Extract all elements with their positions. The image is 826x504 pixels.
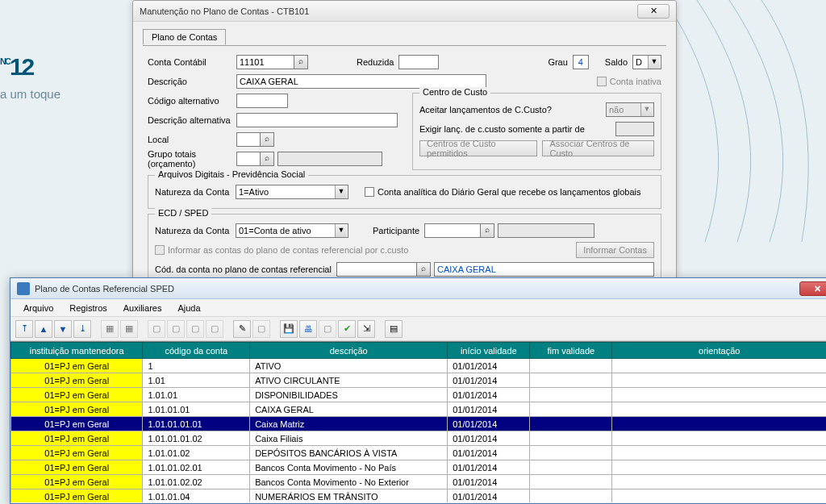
grupo-input[interactable] [236,152,261,166]
toolbar: ⤒ ▲ ▼ ⤓ ▦ ▦ ▢ ▢ ▢ ▢ ✎ ▢ 💾 🖶 ▢ ✔ ⇲ ▤ [10,317,826,341]
conta-lookup-icon[interactable]: ⌕ [294,55,308,69]
lbl-inativa: Conta inativa [610,77,661,86]
informar-custo-checkbox [155,245,165,255]
last-icon[interactable]: ⤓ [73,320,91,338]
next-icon[interactable]: ▼ [54,320,72,338]
col-header[interactable]: orientação [612,343,826,359]
participante-desc [498,223,594,238]
reduzida-input[interactable] [398,55,439,69]
lbl-cod-alt: Código alternativo [148,96,236,106]
tb-icon: ▢ [206,320,223,338]
table-row[interactable]: 01=PJ em Geral1.01.01.02.02Bancos Conta … [11,475,827,489]
participante-lookup-icon[interactable]: ⌕ [480,223,494,238]
lbl-exigir: Exigir lanç. de c.custo somente a partir… [419,124,615,134]
conta-inativa-checkbox [597,77,607,86]
tb-icon: ▢ [186,320,204,338]
tb-icon: ▢ [148,320,165,338]
check-icon[interactable]: ✔ [338,320,356,338]
brand-logo: NC12 [0,20,33,81]
tb-icon: ▢ [319,320,336,338]
table-row[interactable]: 01=PJ em Geral1.01.01.02.01Bancos Conta … [11,460,827,475]
menu-registros[interactable]: Registros [61,302,115,314]
analitica-checkbox[interactable] [365,187,374,197]
win1-title: Manutenção no Plano de Contas - CTB101 [140,6,637,16]
lbl-reduzida: Reduzida [357,57,394,67]
lbl-natureza2: Natureza da Conta [155,226,236,235]
titlebar[interactable]: Manutenção no Plano de Contas - CTB101 ✕ [133,1,676,22]
win2-title: Plano de Contas Referencial SPED [35,284,799,294]
table-row[interactable]: 01=PJ em Geral1.01.01.01.01Caixa Matriz0… [11,417,827,431]
exit-icon[interactable]: ⇲ [357,320,375,338]
local-input[interactable] [236,132,261,147]
lbl-grupo: Grupo totais (orçamento) [148,149,236,169]
participante-input[interactable] [424,223,481,238]
window-maintenance: Manutenção no Plano de Contas - CTB101 ✕… [132,0,677,278]
tab-strip: Plano de Contas [143,28,666,46]
local-lookup-icon[interactable]: ⌕ [260,132,274,147]
table-row[interactable]: 01=PJ em Geral1.01.01.04NUMERÁRIOS EM TR… [11,489,827,503]
lbl-grau: Grau [548,57,567,67]
btn-cc-associar[interactable]: Associar Centros de Custo [542,140,654,156]
cod-ref-input[interactable] [336,262,417,277]
lbl-desc-alt: Descrição alternativa [148,115,236,125]
first-icon[interactable]: ⤒ [15,320,33,338]
table-row[interactable]: 01=PJ em Geral1.01.01.01CAIXA GERAL01/01… [11,402,827,417]
lbl-local: Local [148,135,236,144]
lbl-participante: Participante [373,226,419,235]
tb-icon: ▢ [167,320,185,338]
natureza1-dropdown[interactable]: 1=Ativo▼ [236,185,348,199]
edit-icon[interactable]: ✎ [233,320,251,338]
grupo-desc [277,152,382,166]
col-header[interactable]: início validade [448,343,530,359]
menu-ajuda[interactable]: Ajuda [169,302,208,314]
table-row[interactable]: 01=PJ em Geral1.01.01.01.02Caixa Filiais… [11,431,827,446]
conta-input[interactable] [236,55,294,69]
table-row[interactable]: 01=PJ em Geral1ATIVO01/01/2014 [11,359,827,373]
group-arq: Arquivos Digitais - Previdência Social [155,169,308,179]
window-referencial: Plano de Contas Referencial SPED ✕ Arqui… [10,277,826,504]
col-header[interactable]: instituição mantenedora [11,343,143,359]
titlebar[interactable]: Plano de Contas Referencial SPED ✕ [10,278,826,299]
cod-ref-desc[interactable] [434,262,654,277]
menu-arquivo[interactable]: Arquivo [15,302,61,314]
btn-cc-permitidos[interactable]: Centros de Custo permitidos [419,140,537,156]
natureza2-dropdown[interactable]: 01=Conta de ativo▼ [236,223,348,238]
print-icon[interactable]: 🖶 [299,320,317,338]
lbl-descricao: Descrição [148,77,236,86]
save-icon[interactable]: 💾 [280,320,298,338]
lbl-conta: Conta Contábil [148,57,236,67]
lbl-aceitar: Aceitar lançamentos de C.Custo? [419,105,606,115]
close-button[interactable]: ✕ [799,281,826,296]
lbl-informar-custo: Informar as contas do plano de contas re… [168,245,576,255]
exigir-input [615,122,654,136]
table-row[interactable]: 01=PJ em Geral1.01.01DISPONIBILIDADES01/… [11,388,827,402]
lbl-natureza1: Natureza da Conta [155,187,236,197]
col-header[interactable]: código da conta [143,343,250,359]
desc-alt-input[interactable] [236,113,398,127]
col-header[interactable]: descrição [250,343,448,359]
chevron-down-icon: ▼ [335,185,347,198]
brand-tagline: a um toque [0,87,60,101]
close-button[interactable]: ✕ [637,4,670,19]
grid-icon[interactable]: ▤ [385,320,403,338]
tb-icon: ▦ [120,320,138,338]
table-row[interactable]: 01=PJ em Geral1.01.01.02DEPÓSITOS BANCÁR… [11,446,827,460]
chevron-down-icon: ▼ [640,103,653,116]
grid[interactable]: instituição mantenedoracódigo da contade… [10,342,826,502]
btn-informar-contas[interactable]: Informar Contas [576,242,654,258]
grupo-lookup-icon[interactable]: ⌕ [260,152,274,166]
tab-plano[interactable]: Plano de Contas [143,29,226,45]
cod-alt-input[interactable] [236,94,288,108]
menu-auxiliares[interactable]: Auxiliares [115,302,170,314]
tb-icon: ▦ [101,320,119,338]
cod-ref-lookup-icon[interactable]: ⌕ [416,262,431,277]
grau-input[interactable] [573,55,589,69]
saldo-dropdown[interactable]: D▼ [632,55,661,69]
tb-icon: ▢ [252,320,270,338]
lbl-analitica: Conta analítica do Diário Geral que rece… [378,187,641,197]
group-cc: Centro de Custo [419,87,490,97]
col-header[interactable]: fim validade [530,343,612,359]
prev-icon[interactable]: ▲ [35,320,52,338]
table-row[interactable]: 01=PJ em Geral1.01ATIVO CIRCULANTE01/01/… [11,373,827,388]
aceitar-dropdown: não▼ [606,102,654,117]
